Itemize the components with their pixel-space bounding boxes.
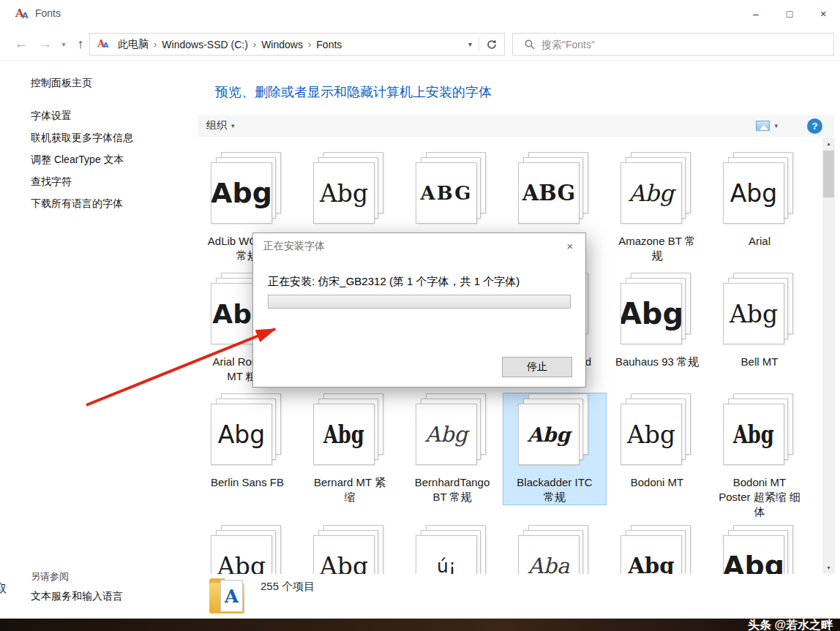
organize-button[interactable]: 组织 [206,119,227,132]
font-tile[interactable]: Abg [708,525,811,574]
font-file-icon: Abg [620,152,694,224]
font-tile[interactable]: Abg [196,525,299,574]
up-icon[interactable]: ↑ [70,28,91,60]
back-icon[interactable]: ← [10,28,32,60]
help-button[interactable]: ? [807,118,822,134]
stop-button[interactable]: 停止 [502,357,572,377]
minimize-button[interactable]: – [739,0,773,28]
font-file-icon: Abg [620,273,694,344]
breadcrumb-windows[interactable]: Windows [258,39,307,50]
vertical-scrollbar[interactable]: ▴ ▾ [822,137,835,574]
font-file-icon: Abg [313,525,386,574]
control-panel-sidebar: 控制面板主页 字体设置 联机获取更多字体信息 调整 ClearType 文本 查… [0,61,187,619]
dialog-close-icon[interactable]: × [562,238,578,254]
search-input[interactable] [541,39,833,50]
search-box[interactable] [512,33,834,56]
font-tile[interactable]: AbgBlackadder ITC常规 [503,393,606,505]
sidebar-item-control-panel-home[interactable]: 控制面板主页 [31,77,92,90]
fonts-folder-mini-icon: AA [97,39,108,50]
font-preview-glyphs: Abg [217,552,266,575]
font-name-label: Arial [708,234,811,249]
breadcrumb-drive-c[interactable]: Windows-SSD (C:) [158,39,251,50]
font-name-label: Berlin Sans FB [196,475,299,490]
sidebar-item-adjust-cleartype[interactable]: 调整 ClearType 文本 [31,148,133,170]
font-tile[interactable]: AbgBodoni MTPoster 超紧缩 细体 [708,393,811,519]
font-preview-glyphs: Abg [320,552,368,575]
font-file-icon: Abg [416,393,489,465]
sidebar-task-list: 字体设置 联机获取更多字体信息 调整 ClearType 文本 查找字符 下载所… [31,105,133,214]
font-preview-glyphs: Abg [723,550,784,574]
font-preview-glyphs: Abg [425,422,468,447]
fonts-app-icon: AA [15,8,29,21]
see-also-heading: 另请参阅 [31,570,69,583]
breadcrumb-fonts[interactable]: Fonts [312,39,345,50]
font-tile[interactable]: ABG [503,152,606,234]
font-name-label: Bernard MT 紧缩 [299,475,401,505]
font-preview-glyphs: Abg [730,179,777,208]
font-file-icon: Abg [723,393,796,465]
close-button[interactable]: × [806,0,840,28]
sidebar-item-find-character[interactable]: 查找字符 [31,170,133,192]
scrollbar-thumb[interactable] [823,151,834,197]
font-preview-glyphs: Abg [733,420,774,449]
font-tile[interactable]: AbgAmazone BT 常规 [606,152,708,263]
scroll-down-icon[interactable]: ▾ [822,562,835,574]
address-dropdown-icon[interactable]: ▾ [462,40,479,48]
font-tile[interactable]: AbgBodoni MT [606,393,708,490]
font-file-icon: Abg [723,152,796,224]
font-tile[interactable]: ú¡ [401,525,503,574]
address-bar[interactable]: AA 此电脑 › Windows-SSD (C:) › Windows › Fo… [89,33,505,56]
font-preview-glyphs: ABG [522,181,575,205]
font-tile[interactable]: AbgBell MT [708,273,811,369]
font-name-label: Bodoni MT [606,475,708,490]
breadcrumb-separator: › [307,39,312,50]
font-tile[interactable]: ABG [401,152,503,234]
background-photo-strip [0,619,840,631]
fonts-folder-icon: A [209,577,247,616]
view-caret-icon: ▾ [774,122,778,129]
font-file-icon: Abg [723,273,796,344]
change-view-button[interactable]: ▾ [756,121,778,131]
font-tile[interactable]: AbgBernard MT 紧缩 [299,393,401,505]
breadcrumb-separator: › [152,39,158,50]
font-tile[interactable]: Abg [606,525,708,574]
refresh-icon[interactable] [479,39,504,50]
organize-caret-icon[interactable]: ▾ [231,122,235,129]
font-name-label: Bauhaus 93 常规 [606,355,708,369]
font-tile[interactable]: AbgBernhardTangoBT 常规 [401,393,503,505]
font-file-icon: Abg [620,525,694,574]
breadcrumb-this-pc[interactable]: 此电脑 [114,38,152,51]
font-preview-glyphs: Aba [528,553,570,574]
forward-icon[interactable]: → [35,28,56,60]
font-file-icon: Abg [211,393,284,465]
font-name-label: Bell MT [708,355,811,369]
view-thumbnail-icon [756,121,770,131]
font-tile[interactable]: Abg [299,152,401,234]
scroll-up-icon[interactable]: ▴ [822,137,835,150]
breadcrumb-separator: › [252,39,258,50]
font-name-label: Blackadder ITC常规 [503,475,606,505]
font-tile[interactable]: AbgBerlin Sans FB [196,393,299,490]
sidebar-item-get-font-info-online[interactable]: 联机获取更多字体信息 [31,126,133,148]
font-tile[interactable]: AbgArial [708,152,811,249]
font-preview-glyphs: Abg [620,297,682,330]
sidebar-item-font-settings[interactable]: 字体设置 [31,105,133,126]
install-progress-bar [268,295,571,309]
fonts-explorer-window: AA Fonts – □ × ← → ▾ ↑ AA 此电脑 › Windows-… [0,0,840,619]
sidebar-item-text-services[interactable]: 文本服务和输入语言 [31,590,123,603]
titlebar: AA Fonts – □ × [0,0,840,28]
history-dropdown-icon[interactable]: ▾ [57,28,70,60]
font-tile[interactable]: AbgBauhaus 93 常规 [606,273,708,369]
window-controls: – □ × [739,0,840,28]
font-preview-glyphs: Abg [629,180,674,206]
page-description: 预览、删除或者显示和隐藏计算机上安装的字体 [215,83,492,101]
font-file-icon: Abg [620,393,694,465]
item-count: 255 个项目 [260,580,315,594]
font-tile[interactable]: Abg [299,525,401,574]
font-file-icon: Abg [211,525,284,574]
font-file-icon: ú¡ [416,525,489,574]
font-file-icon: Abg [518,393,591,465]
font-tile[interactable]: Aba [503,525,606,574]
sidebar-item-download-all-languages[interactable]: 下载所有语言的字体 [31,192,133,214]
maximize-button[interactable]: □ [773,0,806,28]
